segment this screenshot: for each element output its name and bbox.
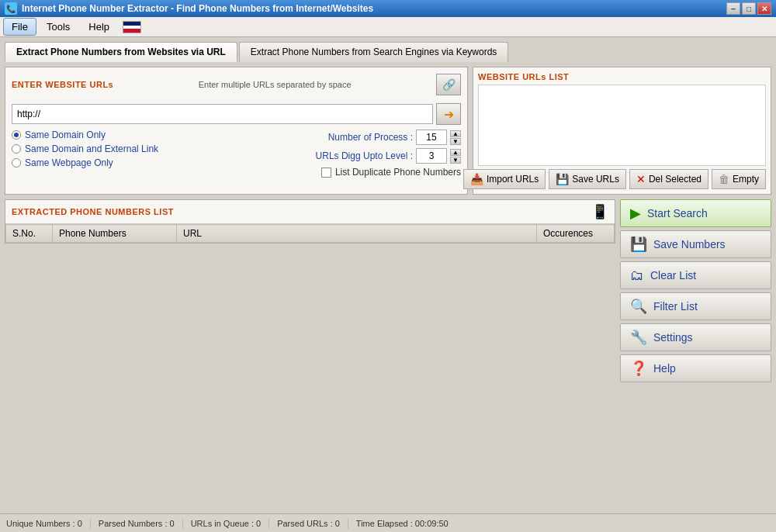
phone-numbers-table: S.No. Phone Numbers URL Occurences <box>5 224 615 243</box>
table-container: S.No. Phone Numbers URL Occurences <box>5 224 615 243</box>
save-numbers-button[interactable]: 💾 Save Numbers <box>620 230 771 258</box>
right-panel-title: WEBSITE URLs LIST <box>478 72 766 81</box>
time-elapsed: Time Elapsed : 00:09:50 <box>356 519 449 528</box>
url-digg-up[interactable]: ▲ <box>450 149 461 156</box>
save-numbers-label: Save Numbers <box>653 238 726 250</box>
clear-list-label: Clear List <box>650 269 696 282</box>
filter-list-label: Filter List <box>653 300 698 313</box>
tab-websites[interactable]: Extract Phone Numbers from Websites via … <box>5 42 237 62</box>
col-url: URL <box>177 225 537 243</box>
help-button[interactable]: ❓ Help <box>620 354 771 382</box>
maximize-button[interactable]: □ <box>742 2 756 15</box>
help-label: Help <box>653 362 676 375</box>
start-search-button[interactable]: ▶ Start Search <box>620 199 771 227</box>
url-list-area <box>478 85 766 166</box>
filter-list-button[interactable]: 🔍 Filter List <box>620 292 771 320</box>
url-input-row: ➜ <box>12 103 461 125</box>
tab-search-engines[interactable]: Extract Phone Numbers from Search Engine… <box>239 42 508 62</box>
help-icon: ❓ <box>630 360 647 377</box>
settings-button[interactable]: 🔧 Settings <box>620 323 771 351</box>
go-button[interactable]: ➜ <box>436 103 461 125</box>
import-icon: 📥 <box>470 173 483 185</box>
status-divider-4 <box>348 518 348 529</box>
url-digg-label: URLs Digg Upto Level : <box>316 150 413 161</box>
menu-tools[interactable]: Tools <box>38 18 78 36</box>
start-search-icon: ▶ <box>630 205 641 222</box>
app-icon: 📞 <box>5 2 17 15</box>
left-panel-title: ENTER WEBSITE URLs <box>12 80 113 89</box>
status-divider-2 <box>182 518 183 529</box>
clear-list-icon: 🗂 <box>630 268 644 284</box>
import-urls-button[interactable]: 📥 Import URLs <box>463 169 546 189</box>
unique-numbers: Unique Numbers : 0 <box>6 519 82 528</box>
radio-external-indicator <box>12 144 21 154</box>
status-divider-3 <box>268 518 269 529</box>
num-process-down[interactable]: ▼ <box>450 138 461 145</box>
title-bar: 📞 Internet Phone Number Extractor - Find… <box>0 0 776 17</box>
num-process-input[interactable] <box>416 130 447 145</box>
menu-file[interactable]: File <box>3 18 36 36</box>
duplicate-label: List Duplicate Phone Numbers <box>335 167 461 178</box>
phone-icon: 📱 <box>591 203 608 220</box>
radio-external-link[interactable]: Same Domain and External Link <box>12 143 158 154</box>
extracted-section: EXTRACTED PHONE NUMBERS LIST 📱 S.No. Pho… <box>5 199 615 244</box>
url-digg-spinner: ▲ ▼ <box>450 149 461 164</box>
radio-same-domain-indicator <box>12 130 21 140</box>
extracted-title: EXTRACTED PHONE NUMBERS LIST <box>12 207 174 216</box>
save-urls-icon: 💾 <box>556 173 569 185</box>
radio-same-webpage[interactable]: Same Webpage Only <box>12 157 158 168</box>
save-numbers-icon: 💾 <box>630 236 647 253</box>
save-urls-button[interactable]: 💾 Save URLs <box>549 169 626 189</box>
del-selected-icon: ✕ <box>636 173 646 185</box>
empty-icon: 🗑 <box>719 173 729 185</box>
link-button[interactable]: 🔗 <box>436 74 461 95</box>
extracted-section-container: EXTRACTED PHONE NUMBERS LIST 📱 S.No. Pho… <box>5 199 615 509</box>
status-bar: Unique Numbers : 0 Parsed Numbers : 0 UR… <box>0 513 776 532</box>
bottom-content: EXTRACTED PHONE NUMBERS LIST 📱 S.No. Pho… <box>5 199 771 509</box>
num-settings-col: Number of Process : ▲ ▼ URLs Digg Upto L… <box>166 130 461 178</box>
app-title: Internet Phone Number Extractor - Find P… <box>22 3 726 14</box>
radio-group: Same Domain Only Same Domain and Externa… <box>12 130 158 178</box>
duplicate-checkbox-row[interactable]: List Duplicate Phone Numbers <box>321 167 461 178</box>
main-content: Extract Phone Numbers from Websites via … <box>0 37 776 513</box>
left-panel: ENTER WEBSITE URLs Enter multiple URLs s… <box>5 67 468 195</box>
menu-help[interactable]: Help <box>80 18 118 36</box>
url-digg-input[interactable] <box>416 148 447 164</box>
parsed-numbers: Parsed Numbers : 0 <box>99 519 175 528</box>
right-sidebar: ▶ Start Search 💾 Save Numbers 🗂 Clear Li… <box>620 199 771 509</box>
duplicate-checkbox[interactable] <box>321 168 331 178</box>
url-hint: Enter multiple URLs separated by space <box>199 80 352 89</box>
url-actions: 📥 Import URLs 💾 Save URLs ✕ Del Selected… <box>478 169 766 189</box>
tabs-area: Extract Phone Numbers from Websites via … <box>5 42 771 62</box>
clear-list-button[interactable]: 🗂 Clear List <box>620 261 771 289</box>
urls-in-queue: URLs in Queue : 0 <box>191 519 262 528</box>
menu-bar: File Tools Help <box>0 17 776 37</box>
col-occ: Occurences <box>537 225 615 243</box>
radio-same-domain[interactable]: Same Domain Only <box>12 130 158 140</box>
empty-button[interactable]: 🗑 Empty <box>712 169 766 189</box>
col-phone: Phone Numbers <box>53 225 177 243</box>
del-selected-button[interactable]: ✕ Del Selected <box>629 169 708 189</box>
settings-icon: 🔧 <box>630 329 647 346</box>
num-process-spinner: ▲ ▼ <box>450 130 461 145</box>
options-row: Same Domain Only Same Domain and Externa… <box>12 130 461 178</box>
start-search-label: Start Search <box>647 207 708 219</box>
extracted-header: EXTRACTED PHONE NUMBERS LIST 📱 <box>5 200 615 224</box>
status-divider-1 <box>90 518 91 529</box>
window-controls: – □ ✕ <box>726 2 771 15</box>
url-digg-down[interactable]: ▼ <box>450 157 461 164</box>
middle-section: ENTER WEBSITE URLs Enter multiple URLs s… <box>5 67 771 195</box>
right-panel: WEBSITE URLs LIST 📥 Import URLs 💾 Save U… <box>473 67 771 195</box>
minimize-button[interactable]: – <box>726 2 740 15</box>
parsed-urls: Parsed URLs : 0 <box>277 519 340 528</box>
flag-icon <box>123 21 141 33</box>
radio-webpage-indicator <box>12 158 21 168</box>
settings-label: Settings <box>653 331 693 344</box>
url-input[interactable] <box>12 104 433 124</box>
num-process-up[interactable]: ▲ <box>450 130 461 137</box>
num-process-label: Number of Process : <box>328 132 413 143</box>
num-process-row: Number of Process : ▲ ▼ <box>328 130 461 145</box>
filter-list-icon: 🔍 <box>630 298 647 315</box>
url-digg-row: URLs Digg Upto Level : ▲ ▼ <box>316 148 461 164</box>
close-button[interactable]: ✕ <box>757 2 771 15</box>
